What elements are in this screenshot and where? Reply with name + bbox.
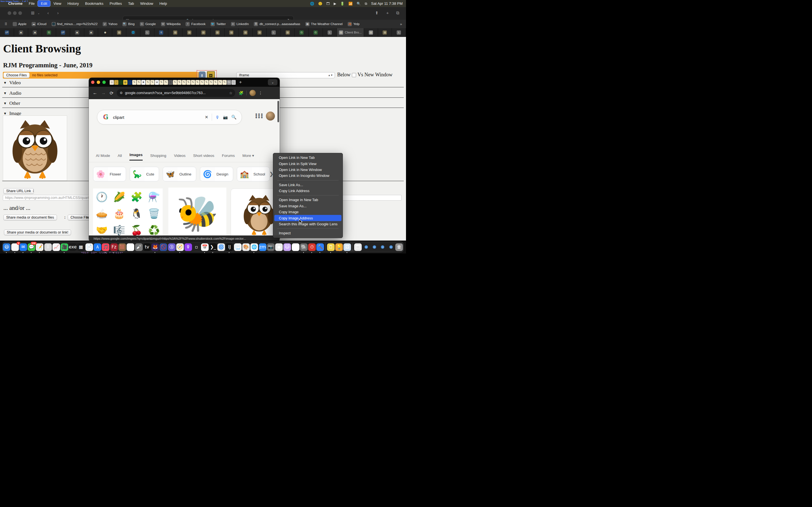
back-icon[interactable]: ←	[93, 91, 97, 96]
result-tab[interactable]: Videos	[174, 154, 186, 161]
dock-icon[interactable]: Ⓑ	[168, 243, 176, 251]
safari-tab[interactable]: L	[140, 28, 154, 37]
dock-icon[interactable]: ▫	[370, 243, 378, 251]
chrome-tab[interactable]: ❋	[141, 80, 146, 85]
dock-icon[interactable]: Ａ	[93, 243, 101, 251]
chrome-tab[interactable]: ✎	[209, 80, 213, 85]
voice-search-icon[interactable]: 🎙	[215, 115, 220, 120]
window-close-button[interactable]	[8, 11, 11, 15]
new-tab-icon[interactable]: +	[386, 10, 389, 15]
related-chip[interactable]: 🌀 Design	[200, 167, 233, 181]
safari-tab[interactable]: ⛰	[84, 28, 98, 37]
status-icon[interactable]: 🙂	[318, 2, 322, 6]
context-menu-item[interactable]: Open Image in New Tab	[274, 197, 342, 203]
zoom-button[interactable]	[102, 80, 106, 84]
result-tab[interactable]: Images	[130, 153, 143, 161]
safari-tab[interactable]: cP	[0, 28, 14, 37]
back-icon[interactable]: ‹	[47, 10, 49, 15]
dock-icon[interactable]: exe	[68, 243, 77, 251]
result-image-bee[interactable]: 🐝	[168, 187, 226, 235]
menu-item[interactable]: Help	[156, 1, 170, 6]
dock-icon[interactable]: ❯_	[209, 243, 217, 251]
dock-icon[interactable]: ▫	[192, 243, 200, 251]
context-menu-item[interactable]	[277, 228, 339, 229]
safari-tab[interactable]: ▤	[281, 28, 295, 37]
dock-icon[interactable]: 🗞	[126, 243, 135, 251]
chrome-tab[interactable]: br	[128, 80, 132, 85]
tab-search-chevron-button[interactable]: ⌄	[268, 79, 277, 86]
safari-tab[interactable]: L	[392, 28, 406, 37]
dock-icon[interactable]	[324, 243, 327, 251]
chrome-tab[interactable]: S	[168, 80, 172, 85]
safari-tab[interactable]: G	[295, 28, 309, 37]
sidebar-chevron-icon[interactable]: ⌄	[38, 11, 40, 15]
chrome-tab[interactable]: ✎	[204, 80, 209, 85]
menu-clock[interactable]: Sat Apr 11 7:38 PM	[371, 1, 403, 6]
dock-icon[interactable]: 🌐	[250, 243, 258, 251]
chrome-tab[interactable]: ✎	[182, 80, 186, 85]
context-menu-item[interactable]: Save Link As...	[274, 182, 342, 188]
bookmark-item[interactable]: W Wikipedia	[161, 22, 181, 26]
window-minimize-button[interactable]	[13, 11, 17, 15]
result-image-clipart-collage[interactable]: 🕐🌽🧩⚗️🥧🎂🐧🗑️🤝🎼🍒♻️	[93, 188, 163, 235]
chrome-address-bar[interactable]: ⚙ google.com/search?sca_esv=5e9bb948607c…	[117, 89, 235, 97]
chrome-tab[interactable]: ✎	[186, 80, 191, 85]
safari-tab[interactable]: ▤	[364, 28, 378, 37]
lens-search-icon[interactable]: 📷	[223, 115, 228, 119]
extensions-icon[interactable]: 🧩	[239, 91, 243, 95]
google-search-box[interactable]: G clipart ✕ 🎙 📷 🔍	[97, 110, 242, 124]
chrome-profile-avatar[interactable]	[250, 90, 256, 96]
menu-item[interactable]: Window	[137, 1, 156, 6]
bookmark-item[interactable]: 🔍 Bing	[122, 22, 135, 26]
context-menu-item[interactable]: Inspect	[274, 230, 342, 236]
safari-tab[interactable]: cP	[56, 28, 70, 37]
chrome-tab[interactable]: ✎	[177, 80, 182, 85]
dock-icon[interactable]: 🗒	[327, 243, 335, 251]
dock-icon[interactable]: 🎨	[242, 243, 250, 251]
dock-icon[interactable]: 🟫	[118, 243, 126, 251]
chrome-tab[interactable]: ✎	[137, 80, 141, 85]
bookmark-item[interactable]: 🌑 find_minus....rep+%22s%22	[52, 22, 98, 26]
dock-icon[interactable]: zm	[259, 243, 267, 251]
choose-files-button[interactable]: Choose Files	[3, 72, 30, 78]
dock-icon[interactable]: IJ	[225, 243, 234, 251]
dock-icon[interactable]: 🚫	[159, 243, 167, 251]
dock-icon[interactable]: 🖼	[343, 243, 351, 251]
safari-tab[interactable]: ⛰	[28, 28, 42, 37]
context-menu-item[interactable]: Search this image with Google Lens	[274, 221, 342, 227]
context-menu-item[interactable]: Open Link in New Window	[274, 167, 342, 173]
dock-icon[interactable]: ▫	[362, 243, 370, 251]
context-menu-item[interactable]: Copy Link Address	[274, 188, 342, 194]
safari-tab[interactable]: 6	[154, 28, 168, 37]
tab-overview-icon[interactable]: ⧉	[396, 10, 399, 15]
chrome-tab[interactable]: ✎	[164, 80, 168, 85]
google-apps-grid-icon[interactable]: ●●●●●●●●●	[255, 113, 261, 118]
dock-icon[interactable]: 🐘	[300, 243, 308, 251]
dock-icon[interactable]: ⠿	[44, 243, 52, 251]
dock-icon[interactable]	[352, 243, 354, 251]
dock-icon[interactable]: 📅	[201, 243, 209, 251]
menu-item[interactable]: View	[50, 1, 64, 6]
safari-tab[interactable]: ▤	[197, 28, 211, 37]
new-tab-button[interactable]: +	[239, 79, 242, 85]
dock-icon[interactable]: Ｏ	[292, 243, 300, 251]
dock-icon[interactable]: 💬 208	[28, 243, 36, 251]
related-chip[interactable]: 🌸 Flower	[93, 167, 126, 181]
dock-icon[interactable]: 🎥	[60, 243, 68, 251]
safari-tab[interactable]: ▤	[225, 28, 239, 37]
dock-icon[interactable]: 🦊	[151, 243, 159, 251]
result-tab[interactable]: All	[117, 154, 122, 161]
safari-tab[interactable]: L	[323, 28, 337, 37]
bookmark-item[interactable]: G Google	[140, 22, 156, 26]
bookmark-item[interactable]: 🗄 db_connect.p...aaasaaafaas	[254, 22, 300, 26]
dock-icon[interactable]: 📝	[36, 243, 44, 251]
dock-icon[interactable]: ▦	[77, 243, 85, 251]
chrome-tab[interactable]: ✎	[213, 80, 218, 85]
safari-tab[interactable]: ◉	[98, 28, 112, 37]
chrome-tab[interactable]: ✎	[132, 80, 137, 85]
chrome-tab[interactable]: ◔	[114, 80, 118, 85]
chrome-tab[interactable]: ☺	[110, 80, 114, 85]
share-icon[interactable]: ⬆	[375, 10, 378, 15]
search-icon[interactable]: 🔍	[231, 115, 237, 120]
search-query-text[interactable]: clipart	[113, 115, 124, 120]
